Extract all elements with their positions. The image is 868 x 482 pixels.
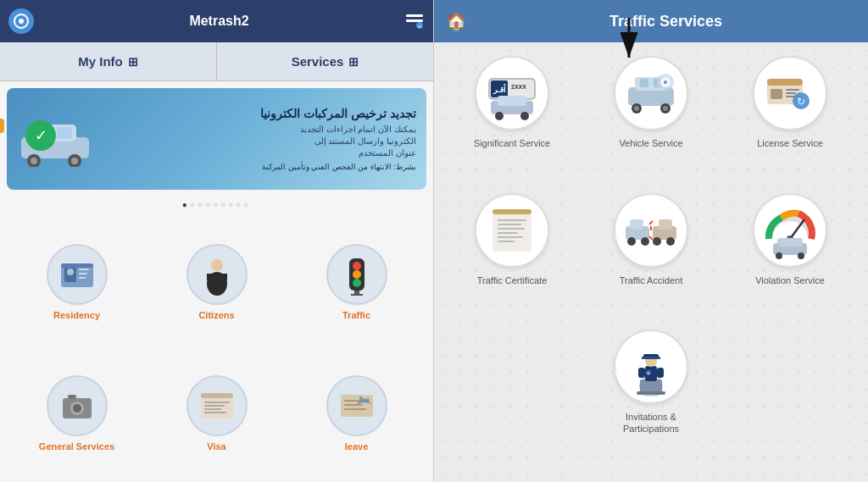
svg-point-98 xyxy=(776,252,782,259)
svg-rect-19 xyxy=(79,277,86,279)
svg-text:+: + xyxy=(418,23,422,30)
ts-invitations[interactable]: ★ Invitations & Participations xyxy=(614,330,688,468)
svg-point-52 xyxy=(495,112,504,120)
residency-icon xyxy=(54,252,100,297)
ts-violation-service[interactable]: Violation Service xyxy=(726,193,854,320)
app-logo xyxy=(8,8,34,34)
banner-check-icon: ✓ xyxy=(25,120,56,151)
svg-rect-79 xyxy=(498,228,525,230)
profile-icon[interactable]: + xyxy=(404,11,425,31)
invitations-label: Invitations & Participations xyxy=(623,411,679,435)
ts-traffic-accident[interactable]: Traffic Accident xyxy=(587,193,715,320)
service-residency[interactable]: Residency xyxy=(10,219,143,344)
svg-rect-38 xyxy=(204,408,221,410)
invitations-icon: ★ xyxy=(621,337,681,396)
svg-rect-17 xyxy=(79,269,89,270)
license-service-icon: ↻ xyxy=(760,64,820,123)
svg-rect-77 xyxy=(498,219,526,221)
svg-line-93 xyxy=(649,236,653,240)
svg-text:أقـر: أقـر xyxy=(492,83,506,95)
svg-point-86 xyxy=(641,237,649,246)
vehicle-label: Vehicle Service xyxy=(619,137,682,149)
leave-label: leave xyxy=(345,441,369,452)
svg-rect-111 xyxy=(657,368,664,378)
license-label: License Service xyxy=(757,137,823,149)
svg-rect-69 xyxy=(771,89,782,99)
violation-service-icon xyxy=(760,201,820,260)
svg-text:↻: ↻ xyxy=(797,96,805,108)
svg-rect-76 xyxy=(492,209,531,214)
svg-rect-84 xyxy=(630,219,643,230)
license-icon-circle: ↻ xyxy=(753,56,827,130)
leave-icon xyxy=(334,383,380,429)
general-icon-circle xyxy=(47,375,108,436)
banner-dots: ●○○○○○○○○ xyxy=(0,197,433,213)
svg-point-53 xyxy=(520,112,529,120)
svg-rect-37 xyxy=(204,405,225,407)
svg-text:★: ★ xyxy=(647,371,650,375)
tab-bar: My Info ⊞ Services ⊞ xyxy=(0,42,433,81)
svg-rect-33 xyxy=(68,395,76,399)
svg-line-91 xyxy=(649,221,653,224)
svg-rect-78 xyxy=(498,224,521,225)
tab-my-info[interactable]: My Info ⊞ xyxy=(0,42,217,80)
svg-rect-81 xyxy=(498,236,523,238)
svg-rect-23 xyxy=(207,274,227,280)
citizens-icon-circle xyxy=(186,244,248,305)
ts-significant-service[interactable]: أقـر 2XXX Significant Service xyxy=(448,56,576,183)
tab-my-info-label: My Info xyxy=(78,54,123,69)
svg-rect-3 xyxy=(406,19,423,22)
svg-rect-18 xyxy=(79,273,87,274)
svg-rect-13 xyxy=(57,127,72,139)
ts-vehicle-service[interactable]: Vehicle Service xyxy=(587,56,715,183)
svg-rect-68 xyxy=(767,79,803,86)
svg-rect-82 xyxy=(498,241,515,242)
citizens-label: Citizens xyxy=(198,310,234,320)
svg-rect-70 xyxy=(786,89,799,91)
svg-rect-80 xyxy=(498,232,518,234)
svg-rect-20 xyxy=(61,263,93,268)
tab-services-label: Services xyxy=(292,54,344,69)
significant-icon-circle: أقـر 2XXX xyxy=(475,56,549,130)
service-citizens[interactable]: Citizens xyxy=(150,219,283,344)
home-icon[interactable]: 🏠 xyxy=(446,11,467,31)
svg-point-59 xyxy=(663,106,668,111)
service-visa[interactable]: Visa xyxy=(150,351,283,475)
residency-icon-circle xyxy=(47,244,108,305)
traffic-certificate-icon xyxy=(482,201,542,260)
traffic-services-grid: أقـر 2XXX Significant Service xyxy=(434,42,868,482)
significant-service-icon: أقـر 2XXX xyxy=(482,64,542,123)
svg-rect-101 xyxy=(640,380,662,393)
banner-bottom: بشرط: الانتهاء من الفحص الفني وتأمين الم… xyxy=(102,163,416,171)
accident-icon-circle xyxy=(614,193,688,268)
service-leave[interactable]: leave xyxy=(290,351,423,475)
left-header: Metrash2 + xyxy=(0,0,433,42)
svg-rect-60 xyxy=(640,79,648,87)
banner-text: تجديد ترخيص المركبات الكترونيا يمكنك الآ… xyxy=(102,107,416,171)
banner: ✓ جديد تجديد ترخيص المركبات الكترونيا يم… xyxy=(7,88,426,190)
service-traffic[interactable]: Traffic xyxy=(290,219,423,344)
right-header: 🏠 Traffic Services xyxy=(434,0,868,42)
citizens-icon xyxy=(194,252,240,297)
left-services-grid: Residency Citizens xyxy=(0,213,433,482)
svg-rect-75 xyxy=(492,209,531,252)
tab-services[interactable]: Services ⊞ xyxy=(217,42,433,80)
svg-rect-28 xyxy=(354,291,359,294)
certificate-label: Traffic Certificate xyxy=(477,274,548,286)
violation-icon-circle xyxy=(753,193,827,268)
residency-label: Residency xyxy=(53,310,100,320)
visa-label: Visa xyxy=(207,441,225,452)
svg-point-9 xyxy=(31,158,37,164)
ts-traffic-certificate[interactable]: Traffic Certificate xyxy=(448,193,576,320)
visa-icon xyxy=(194,383,240,429)
svg-rect-71 xyxy=(786,92,796,94)
ts-license-service[interactable]: ↻ License Service xyxy=(726,56,854,183)
svg-rect-106 xyxy=(642,357,660,359)
visa-icon-circle xyxy=(186,375,248,436)
svg-point-89 xyxy=(653,237,661,246)
svg-point-90 xyxy=(666,237,675,246)
certificate-icon-circle xyxy=(475,193,549,268)
traffic-light-icon xyxy=(334,252,380,297)
svg-rect-102 xyxy=(637,391,665,395)
service-general[interactable]: General Services xyxy=(10,351,143,475)
